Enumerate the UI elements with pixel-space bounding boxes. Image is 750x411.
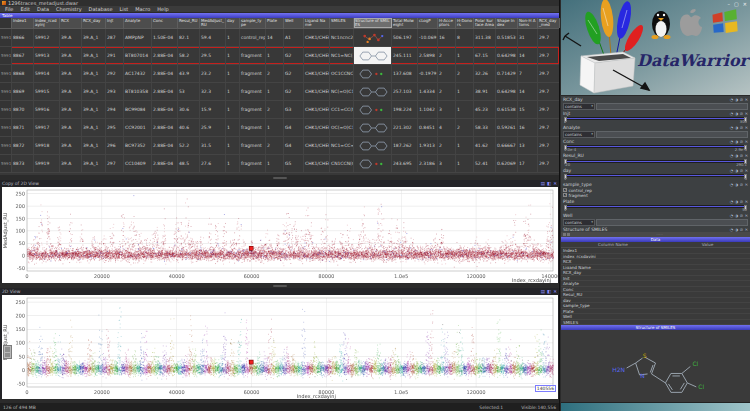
column-header-medadjust-ru[interactable]: MedAdjust_RU bbox=[200, 18, 226, 28]
table-row[interactable]: 5991588695991539.A39.A_1293BT8103582.88E… bbox=[0, 83, 559, 101]
checkbox-icon[interactable]: ✓ bbox=[563, 193, 567, 197]
animate-icon[interactable]: ◔ bbox=[730, 97, 734, 102]
slider-handle-max[interactable] bbox=[744, 159, 747, 164]
animate-icon[interactable]: ◔ bbox=[730, 125, 734, 130]
maximize-view-icon[interactable]: ◧ bbox=[547, 288, 551, 295]
column-header-clogp[interactable]: cLogP bbox=[418, 18, 438, 28]
filter-operator-select[interactable]: contains▾ bbox=[563, 131, 595, 138]
disable-icon[interactable]: ⊘ bbox=[740, 125, 743, 130]
maximize-icon[interactable]: ▢ bbox=[734, 1, 739, 7]
filter-range-slider[interactable] bbox=[564, 145, 747, 148]
animate-icon[interactable]: ◔ bbox=[730, 111, 734, 116]
menu-file[interactable]: File bbox=[2, 6, 16, 12]
disable-icon[interactable]: ⊘ bbox=[740, 139, 743, 144]
disable-icon[interactable]: ⊘ bbox=[740, 227, 743, 232]
filter-range-slider[interactable] bbox=[564, 160, 747, 163]
table-row[interactable]: 5991788715991739.A39.A_1295CC920012.88E-… bbox=[0, 119, 559, 137]
column-header-index-rcxdayinj[interactable]: index_rcxdayinj bbox=[34, 18, 60, 28]
menu-macro[interactable]: Macro bbox=[132, 6, 153, 12]
animate-icon[interactable]: ◔ bbox=[730, 168, 734, 173]
close-icon[interactable]: ✕ bbox=[745, 199, 748, 204]
structure-detail-view[interactable]: S N H2N Cl Cl bbox=[561, 330, 750, 402]
close-view-icon[interactable]: ✕ bbox=[553, 288, 557, 295]
column-header-plate[interactable]: Plate bbox=[266, 18, 284, 28]
column-header-ligand-name[interactable]: Ligand Name bbox=[304, 18, 330, 28]
animate-icon[interactable]: ◔ bbox=[730, 213, 734, 218]
column-header-rcx[interactable]: RCX bbox=[60, 18, 82, 28]
table-row[interactable]: 5991888725991839.A39.A_1296BC973522.88E-… bbox=[0, 137, 559, 155]
filter-range-slider[interactable] bbox=[564, 117, 747, 120]
slider-handle-min[interactable] bbox=[564, 205, 567, 210]
animate-icon[interactable]: ◔ bbox=[730, 227, 734, 232]
column-header-injt[interactable]: Injt bbox=[106, 18, 124, 28]
invert-icon[interactable]: ◑ bbox=[735, 182, 739, 187]
axis-zoom-widget[interactable] bbox=[3, 345, 12, 359]
close-icon[interactable]: ✕ bbox=[745, 97, 748, 102]
close-icon[interactable]: ✕ bbox=[745, 125, 748, 130]
slider-handle-min[interactable] bbox=[564, 145, 567, 150]
menu-database[interactable]: Database bbox=[86, 6, 116, 12]
slider-handle-max[interactable] bbox=[744, 145, 747, 150]
axes-icon[interactable]: ▤ bbox=[541, 180, 545, 187]
menu-data[interactable]: Data bbox=[34, 6, 52, 12]
checkbox-icon[interactable]: ✓ bbox=[563, 188, 567, 192]
table-row[interactable]: 5991688705991639.A39.A_1294BC990842.88E-… bbox=[0, 101, 559, 119]
invert-icon[interactable]: ◑ bbox=[735, 227, 739, 232]
slider-handle-max[interactable] bbox=[744, 205, 747, 210]
invert-icon[interactable]: ◑ bbox=[735, 97, 739, 102]
column-header-well[interactable]: Well bbox=[284, 18, 304, 28]
invert-icon[interactable]: ◑ bbox=[735, 168, 739, 173]
column-header-structure-of-smiles[interactable]: Structure of SMILES bbox=[354, 18, 392, 28]
close-icon[interactable]: ✕ bbox=[745, 227, 748, 232]
filter-text-input[interactable] bbox=[596, 103, 748, 110]
minimize-icon[interactable]: – bbox=[728, 1, 731, 7]
disable-icon[interactable]: ⊘ bbox=[740, 153, 743, 158]
close-icon[interactable]: ✕ bbox=[745, 168, 748, 173]
filter-operator-select[interactable]: contains▾ bbox=[563, 219, 595, 226]
table-row[interactable]: 5991988735991939.A39.A_1297CC104092.88E-… bbox=[0, 155, 559, 173]
maximize-view-icon[interactable]: ◧ bbox=[547, 180, 551, 187]
invert-icon[interactable]: ◑ bbox=[735, 111, 739, 116]
column-header-day[interactable]: day bbox=[226, 18, 240, 28]
column-header-sample-type[interactable]: sample_type bbox=[240, 18, 266, 28]
close-icon[interactable]: ✕ bbox=[743, 1, 747, 7]
slider-handle-max[interactable] bbox=[744, 117, 747, 122]
close-icon[interactable]: ✕ bbox=[745, 182, 748, 187]
column-header-index1[interactable]: Index1 bbox=[12, 18, 34, 28]
invert-icon[interactable]: ◑ bbox=[735, 213, 739, 218]
column-header-shape-index[interactable]: Shape Index bbox=[496, 18, 518, 28]
column-header-non-h-atoms[interactable]: Non-H Atoms bbox=[518, 18, 538, 28]
invert-icon[interactable]: ◑ bbox=[735, 153, 739, 158]
animate-icon[interactable]: ◔ bbox=[730, 139, 734, 144]
tab-2d-view[interactable]: 2D View bbox=[2, 289, 20, 294]
column-header-analyte[interactable]: Analyte bbox=[124, 18, 152, 28]
column-header-h-donors[interactable]: H-Donors bbox=[456, 18, 474, 28]
column-header-rcx-day[interactable]: RCX_day bbox=[82, 18, 106, 28]
invert-icon[interactable]: ◑ bbox=[735, 199, 739, 204]
column-header-conc[interactable]: Conc bbox=[152, 18, 178, 28]
disable-icon[interactable]: ⊘ bbox=[740, 213, 743, 218]
slider-handle-min[interactable] bbox=[564, 117, 567, 122]
detail-grip-icon[interactable]: ····· bbox=[571, 233, 748, 237]
disable-icon[interactable]: ⊘ bbox=[740, 182, 743, 187]
column-header-resul-ru[interactable]: Resul_RU bbox=[178, 18, 200, 28]
animate-icon[interactable]: ◔ bbox=[730, 199, 734, 204]
table-row[interactable]: 5991288665991239.A39.A_1287AMPpNP1.50E-0… bbox=[0, 29, 559, 47]
column-header-total-molweight[interactable]: Total Molweight bbox=[392, 18, 418, 28]
disable-icon[interactable]: ⊘ bbox=[740, 111, 743, 116]
invert-icon[interactable]: ◑ bbox=[735, 125, 739, 130]
filter-text-input[interactable] bbox=[596, 219, 748, 226]
close-icon[interactable]: ✕ bbox=[745, 111, 748, 116]
column-header-rcx-day-med[interactable]: RCX_day_med bbox=[538, 18, 560, 28]
disable-icon[interactable]: ⊘ bbox=[740, 199, 743, 204]
menu-help[interactable]: Help bbox=[154, 6, 171, 12]
detail-layout-icon[interactable] bbox=[567, 233, 570, 236]
filter-operator-select[interactable]: contains▾ bbox=[563, 103, 595, 110]
animate-icon[interactable]: ◔ bbox=[730, 153, 734, 158]
invert-icon[interactable]: ◑ bbox=[735, 139, 739, 144]
animate-icon[interactable]: ◔ bbox=[730, 182, 734, 187]
filter-range-slider[interactable] bbox=[564, 174, 747, 177]
table-row[interactable]: 5991488685991439.A39.A_1292AC174322.88E-… bbox=[0, 65, 559, 83]
column-header-smiles[interactable]: SMILES bbox=[330, 18, 354, 28]
column-header-h-acceptors[interactable]: H-Acceptors bbox=[438, 18, 456, 28]
